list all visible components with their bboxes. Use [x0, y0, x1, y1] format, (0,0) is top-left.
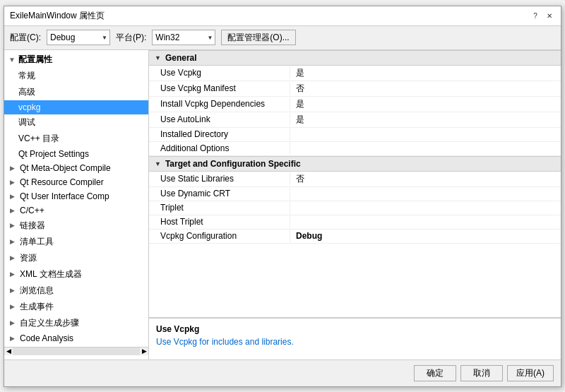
config-label: 配置(C): [10, 32, 41, 44]
sidebar-root-label: 配置属性 [18, 54, 52, 66]
platform-label: 平台(P): [116, 32, 146, 44]
platform-select[interactable]: Win32 [152, 30, 215, 45]
prop-installed-dir-value [290, 133, 561, 136]
prop-use-vcpkg-name: Use Vcpkg [149, 66, 290, 79]
prop-triplet-value [290, 206, 561, 209]
sidebar-item-changgui[interactable]: 常规 [4, 68, 148, 84]
root-arrow-icon: ▼ [8, 56, 16, 64]
sidebar-group-qt-meta-label: Qt Meta-Object Compile [20, 163, 111, 173]
prop-use-static-libs[interactable]: Use Static Libraries 否 [149, 172, 561, 187]
section-target-config[interactable]: ▼ Target and Configuration Specific [149, 156, 561, 172]
manifest-arrow-icon: ▶ [10, 238, 17, 245]
sidebar-group-linker-label: 链接器 [20, 220, 45, 232]
prop-host-triplet[interactable]: Host Triplet [149, 215, 561, 230]
sidebar-group-xml[interactable]: ▶ XML 文档生成器 [4, 266, 148, 283]
scroll-track [13, 348, 140, 355]
description-title: Use Vcpkg [156, 324, 554, 334]
sidebar-group-code-analysis[interactable]: ▶ Code Analysis [4, 331, 148, 345]
prop-installed-dir-name: Installed Directory [149, 128, 290, 141]
sidebar-group-browse[interactable]: ▶ 浏览信息 [4, 283, 148, 299]
close-button[interactable]: ✕ [544, 10, 555, 21]
main-window: ExileMainWindow 属性页 ? ✕ 配置(C): Debug 平台(… [4, 6, 561, 387]
prop-use-autolink-name: Use AutoLink [149, 113, 290, 126]
content-area: ▼ 配置属性 常规 高级 vcpkg 调试 VC++ 目录 Qt Project… [4, 50, 561, 360]
prop-use-dynamic-crt[interactable]: Use Dynamic CRT [149, 187, 561, 201]
prop-use-vcpkg-value: 是 [290, 66, 561, 81]
prop-use-vcpkg-manifest[interactable]: Use Vcpkg Manifest 否 [149, 81, 561, 97]
sidebar-group-qt-ui-label: Qt User Interface Comp [20, 191, 109, 201]
scroll-right-btn[interactable]: ▶ [140, 348, 148, 355]
sidebar: ▼ 配置属性 常规 高级 vcpkg 调试 VC++ 目录 Qt Project… [4, 50, 149, 360]
prop-install-vcpkg-deps[interactable]: Install Vcpkg Dependencies 是 [149, 97, 561, 112]
toolbar: 配置(C): Debug 平台(P): Win32 配置管理器(O)... [4, 26, 561, 50]
prop-install-vcpkg-deps-value: 是 [290, 97, 561, 112]
prop-use-autolink[interactable]: Use AutoLink 是 [149, 112, 561, 128]
apply-button[interactable]: 应用(A) [507, 365, 554, 381]
window-title: ExileMainWindow 属性页 [10, 10, 105, 22]
properties-table: ▼ General Use Vcpkg 是 Use Vcpkg Manifest… [149, 50, 561, 317]
linker-arrow-icon: ▶ [10, 222, 17, 229]
sidebar-group-qt-ui[interactable]: ▶ Qt User Interface Comp [4, 189, 148, 203]
prop-triplet[interactable]: Triplet [149, 201, 561, 215]
sidebar-group-build-events-label: 生成事件 [20, 301, 54, 313]
config-select[interactable]: Debug [47, 30, 110, 45]
title-controls: ? ✕ [530, 10, 555, 21]
prop-installed-dir[interactable]: Installed Directory [149, 128, 561, 142]
prop-use-vcpkg-manifest-value: 否 [290, 81, 561, 96]
target-config-arrow-icon: ▼ [155, 160, 161, 167]
sidebar-group-custom-build[interactable]: ▶ 自定义生成步骤 [4, 315, 148, 331]
section-target-config-title: Target and Configuration Specific [165, 159, 301, 169]
sidebar-group-manifest[interactable]: ▶ 清单工具 [4, 234, 148, 250]
ok-button[interactable]: 确定 [414, 365, 456, 381]
prop-use-dynamic-crt-name: Use Dynamic CRT [149, 187, 290, 200]
sidebar-item-vcpkg[interactable]: vcpkg [4, 100, 148, 114]
xml-arrow-icon: ▶ [10, 271, 17, 278]
config-select-wrapper[interactable]: Debug [47, 30, 110, 45]
sidebar-group-resource-label: 资源 [20, 252, 37, 264]
prop-host-triplet-value [290, 220, 561, 223]
sidebar-group-linker[interactable]: ▶ 链接器 [4, 218, 148, 234]
code-analysis-arrow-icon: ▶ [10, 335, 17, 342]
custom-build-arrow-icon: ▶ [10, 319, 17, 326]
scroll-left-btn[interactable]: ◀ [4, 348, 13, 355]
prop-use-static-libs-value: 否 [290, 172, 561, 186]
sidebar-group-qt-resource-label: Qt Resource Compiler [20, 177, 104, 187]
prop-additional-options-value [290, 147, 561, 150]
prop-vcpkg-config[interactable]: Vcpkg Configuration Debug [149, 230, 561, 244]
config-manager-button[interactable]: 配置管理器(O)... [221, 30, 295, 45]
sidebar-group-code-analysis-label: Code Analysis [20, 333, 73, 343]
sidebar-group-manifest-label: 清单工具 [20, 236, 54, 248]
sidebar-group-build-events[interactable]: ▶ 生成事件 [4, 299, 148, 315]
main-panel: ▼ General Use Vcpkg 是 Use Vcpkg Manifest… [149, 50, 561, 360]
qt-resource-arrow-icon: ▶ [10, 179, 17, 186]
resource-arrow-icon: ▶ [10, 254, 17, 261]
sidebar-item-tiaoshi[interactable]: 调试 [4, 114, 148, 131]
platform-select-wrapper[interactable]: Win32 [152, 30, 215, 45]
sidebar-group-qt-meta[interactable]: ▶ Qt Meta-Object Compile [4, 161, 148, 175]
qt-meta-arrow-icon: ▶ [10, 165, 17, 172]
browse-arrow-icon: ▶ [10, 287, 17, 294]
prop-additional-options[interactable]: Additional Options [149, 142, 561, 156]
help-button[interactable]: ? [530, 10, 541, 21]
cpp-arrow-icon: ▶ [10, 207, 17, 214]
prop-use-vcpkg[interactable]: Use Vcpkg 是 [149, 66, 561, 81]
section-general[interactable]: ▼ General [149, 50, 561, 66]
sidebar-item-gaoji[interactable]: 高级 [4, 84, 148, 100]
title-bar: ExileMainWindow 属性页 ? ✕ [4, 6, 561, 26]
prop-use-vcpkg-manifest-name: Use Vcpkg Manifest [149, 82, 290, 95]
general-arrow-icon: ▼ [155, 54, 161, 61]
prop-vcpkg-config-name: Vcpkg Configuration [149, 230, 290, 242]
sidebar-scrollbar[interactable]: ◀ ▶ [4, 347, 148, 355]
sidebar-group-qt-resource[interactable]: ▶ Qt Resource Compiler [4, 175, 148, 189]
description-text: Use Vcpkg for includes and libraries. [156, 337, 554, 347]
prop-install-vcpkg-deps-name: Install Vcpkg Dependencies [149, 97, 290, 110]
description-panel: Use Vcpkg Use Vcpkg for includes and lib… [149, 317, 561, 360]
prop-use-autolink-value: 是 [290, 112, 561, 127]
sidebar-group-cpp[interactable]: ▶ C/C++ [4, 203, 148, 218]
prop-additional-options-name: Additional Options [149, 142, 290, 155]
cancel-button[interactable]: 取消 [460, 365, 503, 381]
sidebar-item-vcpp-dir[interactable]: VC++ 目录 [4, 131, 148, 147]
sidebar-group-resource[interactable]: ▶ 资源 [4, 250, 148, 266]
sidebar-group-custom-build-label: 自定义生成步骤 [20, 317, 79, 329]
sidebar-item-qt-project[interactable]: Qt Project Settings [4, 147, 148, 161]
